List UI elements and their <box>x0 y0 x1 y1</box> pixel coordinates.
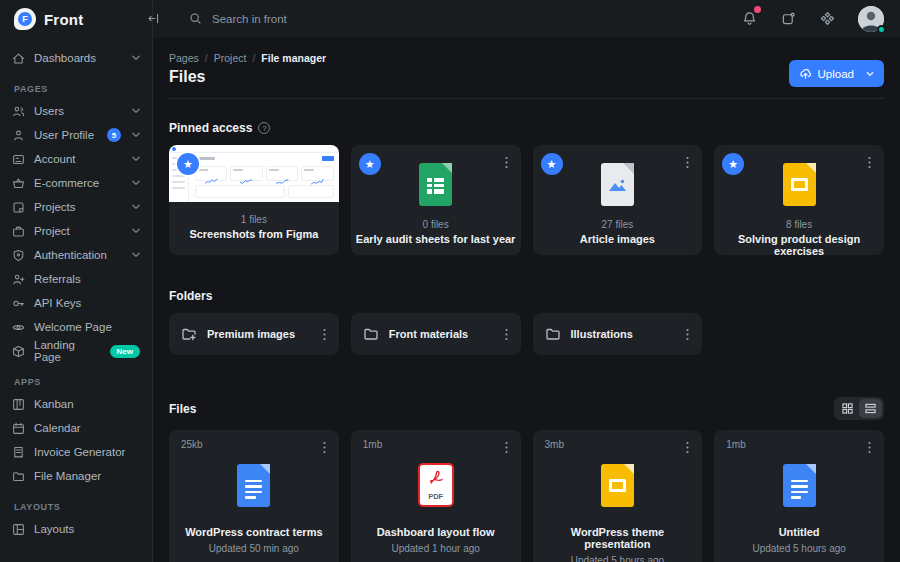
file-card-wordpress-contract[interactable]: 25kb WordPress contract terms Updated 50… <box>169 430 339 562</box>
breadcrumb-project[interactable]: Project <box>214 52 247 64</box>
sidebar-item-projects[interactable]: Projects <box>0 195 152 219</box>
sidebar-item-account[interactable]: Account <box>0 147 152 171</box>
file-card-theme-presentation[interactable]: 3mb WordPress theme presentation Updated… <box>533 430 703 562</box>
sidebar-item-welcome-page[interactable]: Welcome Page <box>0 315 152 339</box>
folder-icon <box>363 326 379 342</box>
top-navbar <box>153 0 900 38</box>
upload-dropdown-chevron[interactable] <box>866 70 874 78</box>
sidebar-item-users[interactable]: Users <box>0 99 152 123</box>
pinned-file-count: 0 files <box>351 219 521 230</box>
users-icon <box>12 105 25 118</box>
pin-star-badge[interactable]: ★ <box>177 153 199 175</box>
card-menu-button[interactable] <box>866 154 873 171</box>
global-search[interactable] <box>189 12 741 25</box>
sidebar-item-landing-page[interactable]: Landing Page New <box>0 339 152 363</box>
folder-card-premium-images[interactable]: Premium images <box>169 313 339 355</box>
sidebar-item-dashboards[interactable]: Dashboards <box>0 46 152 70</box>
user-avatar[interactable] <box>858 6 884 32</box>
diamond-grid-icon <box>820 11 835 26</box>
browse-pages-button[interactable] <box>780 10 797 27</box>
file-updated: Updated 5 hours ago <box>545 555 691 562</box>
pin-star-badge[interactable]: ★ <box>359 153 381 175</box>
sidebar-item-authentication[interactable]: Authentication <box>0 243 152 267</box>
file-title: WordPress contract terms <box>181 526 327 538</box>
file-title: Untitled <box>726 526 872 538</box>
grid-view-button[interactable] <box>836 399 859 418</box>
sidebar-item-invoice-generator[interactable]: Invoice Generator <box>0 440 152 464</box>
sidebar-section-layouts: Layouts <box>0 488 152 517</box>
chevron-down-icon <box>132 153 140 165</box>
chevron-down-icon <box>132 129 140 141</box>
sidebar-item-file-manager[interactable]: File Manager <box>0 464 152 488</box>
arrow-bar-left-icon <box>147 12 160 25</box>
front-logo-icon: F <box>14 8 36 30</box>
pinned-file-count: 27 files <box>533 219 703 230</box>
folder-menu-button[interactable] <box>503 326 510 343</box>
google-sheets-icon <box>419 163 452 206</box>
file-manager-app: F Front Dashboards Pages Users User Prof… <box>0 0 900 562</box>
person-plus-icon <box>12 273 25 286</box>
notifications-button[interactable] <box>741 10 758 27</box>
sidebar-collapse-button[interactable] <box>143 9 163 29</box>
sidebar-item-user-profile[interactable]: User Profile 5 <box>0 123 152 147</box>
breadcrumb-current: File manager <box>261 52 326 64</box>
google-slides-icon <box>601 464 634 507</box>
user-profile-count-badge: 5 <box>107 128 121 142</box>
layout-icon <box>12 523 25 536</box>
sidebar-section-apps: Apps <box>0 363 152 392</box>
user-icon <box>12 129 25 142</box>
sidebar-item-calendar[interactable]: Calendar <box>0 416 152 440</box>
sidebar-section-pages: Pages <box>0 70 152 99</box>
card-menu-button[interactable] <box>503 154 510 171</box>
folder-card-front-materials[interactable]: Front materials <box>351 313 521 355</box>
pinned-card-design-exercises[interactable]: ★ 8 files Solving product design exercis… <box>714 145 884 255</box>
file-title: WordPress theme presentation <box>545 526 691 550</box>
apps-launcher-button[interactable] <box>819 10 836 27</box>
image-file-icon <box>601 163 634 206</box>
file-menu-button[interactable] <box>684 439 691 456</box>
file-size: 1mb <box>726 439 745 450</box>
file-size: 3mb <box>545 439 564 450</box>
help-icon[interactable]: ? <box>258 122 270 134</box>
pin-star-badge[interactable]: ★ <box>541 153 563 175</box>
folder-menu-button[interactable] <box>684 326 691 343</box>
file-card-dashboard-layout[interactable]: 1mb PDF Dashboard layout flow Updated 1 … <box>351 430 521 562</box>
chevron-down-icon <box>132 105 140 117</box>
card-menu-button[interactable] <box>684 154 691 171</box>
receipt-icon <box>12 446 25 459</box>
sidebar-item-referrals[interactable]: Referrals <box>0 267 152 291</box>
file-size: 1mb <box>363 439 382 450</box>
search-input[interactable] <box>212 13 512 25</box>
sidebar-item-layouts[interactable]: Layouts <box>0 517 152 541</box>
file-card-untitled[interactable]: 1mb Untitled Updated 5 hours ago <box>714 430 884 562</box>
files-grid: 25kb WordPress contract terms Updated 50… <box>169 430 884 562</box>
list-view-button[interactable] <box>859 399 882 418</box>
breadcrumb-pages[interactable]: Pages <box>169 52 199 64</box>
brand-logo[interactable]: F Front <box>0 0 152 38</box>
file-menu-button[interactable] <box>503 439 510 456</box>
chevron-down-icon <box>132 201 140 213</box>
pinned-card-article-images[interactable]: ★ 27 files Article images <box>533 145 703 255</box>
files-heading: Files <box>169 402 196 416</box>
breadcrumb: Pages / Project / File manager <box>169 52 884 64</box>
header-actions <box>741 6 900 32</box>
window-new-icon <box>781 11 796 26</box>
pinned-card-title: Article images <box>533 233 703 245</box>
file-menu-button[interactable] <box>866 439 873 456</box>
pinned-card-audit-sheets[interactable]: ★ 0 files Early audit sheets for last ye… <box>351 145 521 255</box>
pdf-icon: PDF <box>418 463 454 507</box>
sidebar-item-project[interactable]: Project <box>0 219 152 243</box>
sidebar: F Front Dashboards Pages Users User Prof… <box>0 0 153 562</box>
folder-card-illustrations[interactable]: Illustrations <box>533 313 703 355</box>
pinned-card-title: Solving product design exercises <box>714 233 884 257</box>
sidebar-item-api-keys[interactable]: API Keys <box>0 291 152 315</box>
upload-button[interactable]: Upload <box>789 60 884 87</box>
sidebar-item-ecommerce[interactable]: E-commerce <box>0 171 152 195</box>
view-toggle-group <box>834 397 884 420</box>
pinned-access-heading: Pinned access ? <box>169 121 884 135</box>
sidebar-item-kanban[interactable]: Kanban <box>0 392 152 416</box>
folder-menu-button[interactable] <box>321 326 328 343</box>
pinned-card-screenshots[interactable]: ★ 1 files Screenshots from Figma <box>169 145 339 255</box>
file-menu-button[interactable] <box>321 439 328 456</box>
pinned-card-title: Screenshots from Figma <box>169 228 339 240</box>
